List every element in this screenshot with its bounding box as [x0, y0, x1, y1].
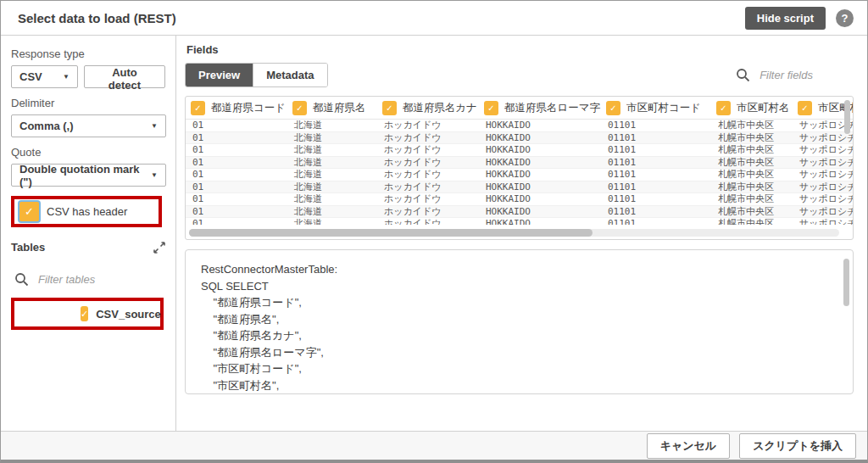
- fields-section-title: Fields: [186, 43, 854, 56]
- csv-source-checkbox[interactable]: ✓: [81, 306, 88, 321]
- response-type-select[interactable]: CSV ▼: [11, 65, 78, 88]
- filter-fields-input[interactable]: Filter fields: [736, 68, 813, 82]
- delimiter-label: Delimiter: [11, 97, 165, 109]
- table-cell: 01101: [601, 169, 711, 180]
- script-line: "都道府県コード",: [201, 294, 837, 311]
- field-column-header: ✓都道府県名: [287, 101, 377, 115]
- field-checkbox[interactable]: ✓: [716, 101, 731, 115]
- table-cell: 札幌市中央区: [711, 143, 793, 156]
- table-cell: HOKKAIDO: [479, 132, 601, 143]
- field-column-label: 都道府県名ローマ字: [504, 101, 600, 115]
- table-cell: 01101: [601, 181, 711, 192]
- horizontal-scrollbar[interactable]: [189, 229, 839, 237]
- tab-preview[interactable]: Preview: [186, 64, 253, 86]
- quote-label: Quote: [11, 146, 165, 159]
- table-cell: ホッカイドウ: [377, 131, 479, 144]
- table-cell: 北海道: [287, 168, 377, 181]
- table-row: 01北海道ホッカイドウHOKKAIDO01101札幌市中央区サッポロシチュウオウ…: [186, 120, 854, 132]
- table-cell: 北海道: [287, 217, 377, 225]
- table-cell: 01101: [601, 132, 711, 143]
- page-title: Select data to load (REST): [18, 11, 745, 25]
- table-cell: 01: [186, 132, 287, 143]
- script-line: "都道府県名",: [201, 311, 837, 328]
- table-cell: 札幌市中央区: [711, 192, 793, 205]
- filter-tables-input[interactable]: Filter tables: [11, 272, 165, 287]
- table-cell: 01: [186, 157, 287, 168]
- search-icon: [14, 272, 29, 287]
- script-line: "市区町村名カナ",: [201, 393, 837, 394]
- table-row: 01北海道ホッカイドウHOKKAIDO01101札幌市中央区サッポロシチュウオウ…: [186, 132, 854, 145]
- table-cell: 01101: [601, 206, 711, 217]
- sidebar: Response type CSV ▼ Auto detect Delimite…: [1, 36, 176, 431]
- table-cell: サッポロシチュウオウク: [793, 156, 854, 169]
- table-cell: サッポロシチュウオウク: [793, 217, 854, 225]
- table-item-csv-source[interactable]: CSV_source: [96, 308, 161, 321]
- table-cell: HOKKAIDO: [479, 120, 601, 131]
- field-checkbox[interactable]: ✓: [382, 101, 397, 115]
- table-cell: HOKKAIDO: [479, 193, 601, 204]
- table-cell: ホッカイドウ: [377, 181, 479, 193]
- field-column-label: 都道府県名: [313, 101, 366, 115]
- response-type-value: CSV: [19, 70, 42, 83]
- field-checkbox[interactable]: ✓: [798, 101, 812, 115]
- filter-fields-placeholder: Filter fields: [760, 69, 813, 81]
- vertical-scrollbar[interactable]: [844, 100, 850, 134]
- table-cell: 北海道: [287, 181, 377, 193]
- fields-preview-table: ✓都道府県コード✓都道府県名✓都道府県名カナ✓都道府県名ローマ字✓市区町村コード…: [185, 96, 854, 240]
- table-cell: ホッカイドウ: [377, 168, 479, 181]
- script-line: "市区町村名",: [201, 377, 837, 394]
- script-line: "都道府県名ローマ字",: [201, 344, 837, 361]
- table-cell: 北海道: [287, 120, 377, 131]
- table-cell: 北海道: [287, 143, 377, 156]
- dialog-body: Response type CSV ▼ Auto detect Delimite…: [1, 36, 867, 431]
- table-cell: 札幌市中央区: [711, 168, 793, 181]
- field-checkbox[interactable]: ✓: [606, 101, 620, 115]
- field-column-header: ✓都道府県名カナ: [377, 101, 479, 115]
- field-checkbox[interactable]: ✓: [191, 101, 205, 115]
- table-cell: 札幌市中央区: [711, 131, 793, 144]
- table-row: 01北海道ホッカイドウHOKKAIDO01101札幌市中央区サッポロシチュウオウ…: [186, 206, 854, 219]
- dialog-footer: キャンセル スクリプトを挿入: [1, 431, 867, 460]
- field-column-label: 都道府県コード: [211, 101, 286, 115]
- table-row: 01北海道ホッカイドウHOKKAIDO01101札幌市中央区サッポロシチュウオウ…: [186, 144, 854, 157]
- scrollbar-thumb[interactable]: [189, 229, 593, 237]
- expand-icon[interactable]: [153, 242, 165, 254]
- field-column-label: 市区町村コード: [626, 101, 701, 115]
- table-cell: ホッカイドウ: [377, 156, 479, 169]
- quote-select[interactable]: Double quotation mark (") ▼: [11, 164, 166, 187]
- cancel-button[interactable]: キャンセル: [647, 433, 731, 459]
- table-cell: 01: [186, 169, 287, 180]
- table-row: 01北海道ホッカイドウHOKKAIDO01101札幌市中央区サッポロシチュウオウ…: [186, 169, 854, 181]
- vertical-scrollbar[interactable]: [843, 259, 849, 306]
- dialog-titlebar: Select data to load (REST) Hide script ?: [1, 1, 867, 36]
- table-cell: 01: [186, 206, 287, 217]
- delimiter-value: Comma (,): [19, 120, 74, 132]
- delimiter-select[interactable]: Comma (,) ▼: [11, 114, 166, 137]
- table-cell: HOKKAIDO: [479, 169, 601, 180]
- field-checkbox[interactable]: ✓: [292, 101, 307, 115]
- tab-metadata[interactable]: Metadata: [253, 64, 326, 86]
- table-row: 01北海道ホッカイドウHOKKAIDO01101札幌市中央区サッポロシチュウオウ…: [186, 218, 854, 225]
- fields-table-header: ✓都道府県コード✓都道府県名✓都道府県名カナ✓都道府県名ローマ字✓市区町村コード…: [186, 97, 854, 120]
- table-cell: ホッカイドウ: [377, 205, 479, 218]
- help-icon[interactable]: ?: [836, 9, 854, 27]
- field-checkbox[interactable]: ✓: [484, 101, 498, 115]
- hide-script-button[interactable]: Hide script: [745, 7, 826, 30]
- chevron-down-icon: ▼: [144, 171, 158, 179]
- script-line: "都道府県名カナ",: [201, 327, 837, 344]
- field-column-label: 市区町村名: [737, 101, 790, 115]
- table-cell: 北海道: [287, 205, 377, 218]
- csv-has-header-label: CSV has header: [47, 205, 127, 218]
- filter-tables-placeholder: Filter tables: [38, 273, 95, 286]
- insert-script-button[interactable]: スクリプトを挿入: [739, 433, 856, 459]
- field-column-header: ✓市区町村コード: [601, 101, 711, 115]
- auto-detect-button[interactable]: Auto detect: [84, 65, 165, 88]
- response-type-label: Response type: [11, 47, 165, 60]
- table-cell: 01101: [601, 144, 711, 155]
- table-cell: 北海道: [287, 192, 377, 205]
- script-line: SQL SELECT: [201, 278, 837, 295]
- table-cell: 01101: [601, 193, 711, 204]
- table-cell: 札幌市中央区: [711, 181, 793, 193]
- tables-section-title: Tables: [11, 241, 45, 254]
- csv-has-header-checkbox[interactable]: ✓: [19, 202, 39, 221]
